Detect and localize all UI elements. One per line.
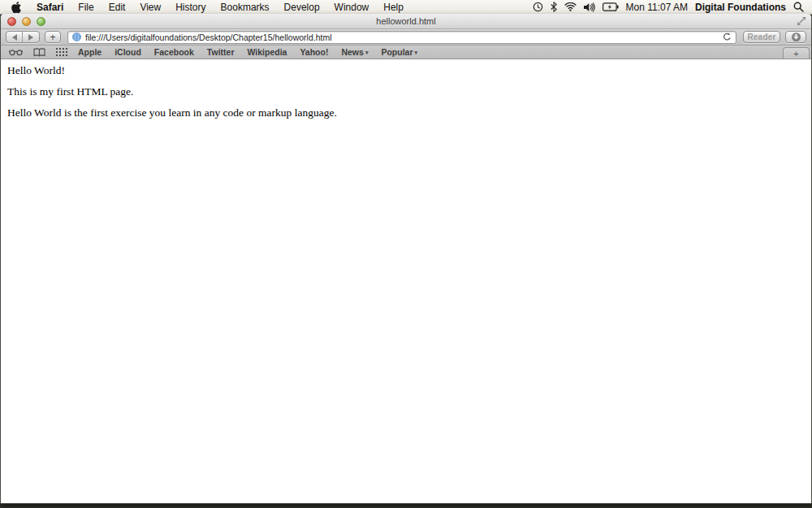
paragraph-exercise: Hello World is the first exercise you le…: [7, 107, 805, 118]
menu-bookmarks[interactable]: Bookmarks: [214, 0, 277, 15]
menu-develop[interactable]: Develop: [277, 0, 327, 15]
chevron-down-icon: ▾: [414, 50, 417, 55]
circle-down-arrow-icon: [792, 33, 801, 41]
zoom-button[interactable]: [37, 17, 45, 26]
menu-file[interactable]: File: [71, 0, 101, 15]
menu-safari[interactable]: Safari: [29, 0, 71, 15]
traffic-lights: [7, 14, 45, 28]
reading-list-glasses-icon[interactable]: [9, 48, 23, 56]
paragraph-first-html-page: This is my first HTML page.: [7, 86, 805, 97]
bookmarks-bar: Apple iCloud Facebook Twitter Wikipedia …: [1, 46, 811, 59]
forward-button[interactable]: [23, 32, 39, 42]
minimize-button[interactable]: [22, 17, 31, 26]
bookmark-facebook[interactable]: Facebook: [154, 47, 194, 57]
menu-edit[interactable]: Edit: [102, 0, 133, 15]
battery-icon[interactable]: [603, 2, 619, 11]
menu-window[interactable]: Window: [327, 0, 377, 15]
bookmark-yahoo[interactable]: Yahoo!: [300, 47, 328, 57]
bookmark-folder-popular[interactable]: Popular▾: [381, 47, 417, 57]
chevron-left-icon: [12, 34, 17, 41]
window-title: helloworld.html: [376, 16, 435, 26]
web-page-content: Hello World! This is my first HTML page.…: [1, 59, 811, 503]
new-tab-button[interactable]: +: [783, 47, 810, 59]
safari-window: helloworld.html + file:///Users/dig: [0, 14, 812, 504]
bluetooth-icon[interactable]: [551, 2, 557, 12]
menu-view[interactable]: View: [132, 0, 168, 15]
close-button[interactable]: [7, 17, 16, 26]
bookmark-wikipedia[interactable]: Wikipedia: [248, 47, 287, 57]
fullscreen-icon[interactable]: [797, 16, 806, 26]
address-bar[interactable]: file:///Users/digitalfoundations/Desktop…: [67, 31, 736, 44]
spotlight-icon[interactable]: [793, 2, 804, 12]
chevron-down-icon: ▾: [365, 50, 369, 55]
bookmarks-book-icon[interactable]: [33, 48, 45, 57]
wifi-icon[interactable]: [564, 2, 577, 11]
menu-bar-clock[interactable]: Mon 11:07 AM: [626, 2, 689, 13]
bookmark-icloud[interactable]: iCloud: [114, 47, 141, 57]
reader-button[interactable]: Reader: [743, 31, 780, 43]
browser-toolbar: + file:///Users/digitalfoundations/Deskt…: [1, 29, 811, 46]
reload-icon[interactable]: [723, 33, 732, 41]
fast-user-switching-menu[interactable]: Digital Foundations: [695, 2, 786, 13]
window-title-bar[interactable]: helloworld.html: [1, 14, 811, 29]
history-nav-group: [6, 31, 40, 43]
menu-history[interactable]: History: [168, 0, 213, 15]
time-machine-icon[interactable]: [533, 2, 543, 12]
back-button[interactable]: [6, 32, 23, 42]
menu-help[interactable]: Help: [376, 0, 411, 15]
macos-menu-bar: Safari File Edit View History Bookmarks …: [0, 0, 812, 15]
top-sites-grid-icon[interactable]: [56, 48, 67, 56]
page-favicon-globe-icon: [72, 33, 81, 41]
chevron-right-icon: [28, 34, 33, 41]
bookmark-folder-news[interactable]: News▾: [341, 47, 368, 57]
bookmark-twitter[interactable]: Twitter: [207, 47, 235, 57]
bookmark-apple[interactable]: Apple: [78, 47, 102, 57]
paragraph-hello-world: Hello World!: [7, 65, 805, 76]
volume-icon[interactable]: [584, 2, 595, 12]
url-text[interactable]: file:///Users/digitalfoundations/Desktop…: [85, 33, 719, 42]
apple-menu-icon[interactable]: [10, 2, 29, 13]
new-tab-toolbar-button[interactable]: +: [45, 31, 61, 43]
downloads-button[interactable]: [785, 31, 806, 43]
